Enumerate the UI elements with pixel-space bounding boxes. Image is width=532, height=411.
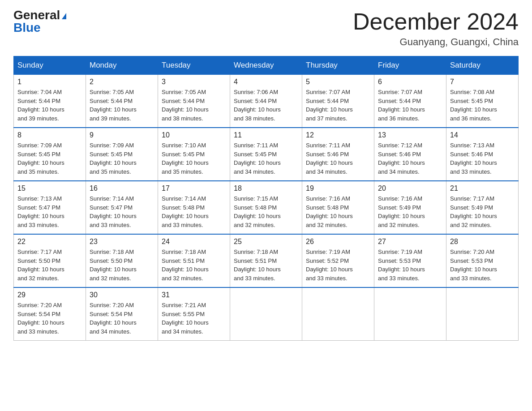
day-info: Sunrise: 7:14 AMSunset: 5:47 PMDaylight:… <box>90 194 154 229</box>
day-number: 9 <box>90 131 154 139</box>
day-info: Sunrise: 7:19 AMSunset: 5:52 PMDaylight:… <box>306 248 370 283</box>
location-title: Guanyang, Guangxi, China <box>353 36 519 48</box>
calendar-cell: 25Sunrise: 7:18 AMSunset: 5:51 PMDayligh… <box>230 234 302 287</box>
calendar-cell: 5Sunrise: 7:07 AMSunset: 5:44 PMDaylight… <box>302 75 374 128</box>
logo-general-line: General <box>13 9 66 21</box>
calendar-cell: 1Sunrise: 7:04 AMSunset: 5:44 PMDaylight… <box>14 75 86 128</box>
day-number: 7 <box>450 78 515 86</box>
calendar-cell: 30Sunrise: 7:20 AMSunset: 5:54 PMDayligh… <box>86 287 158 341</box>
calendar-week-row: 22Sunrise: 7:17 AMSunset: 5:50 PMDayligh… <box>14 234 519 287</box>
day-info: Sunrise: 7:17 AMSunset: 5:49 PMDaylight:… <box>450 194 515 229</box>
calendar-cell: 28Sunrise: 7:20 AMSunset: 5:53 PMDayligh… <box>446 234 519 287</box>
calendar-cell <box>302 287 374 341</box>
day-info: Sunrise: 7:09 AMSunset: 5:45 PMDaylight:… <box>90 141 154 176</box>
calendar-cell: 31Sunrise: 7:21 AMSunset: 5:55 PMDayligh… <box>158 287 230 341</box>
day-info: Sunrise: 7:11 AMSunset: 5:46 PMDaylight:… <box>306 141 370 176</box>
calendar-cell: 18Sunrise: 7:15 AMSunset: 5:48 PMDayligh… <box>230 181 302 234</box>
day-number: 2 <box>90 78 154 86</box>
calendar-cell: 9Sunrise: 7:09 AMSunset: 5:45 PMDaylight… <box>86 128 158 181</box>
calendar-cell: 6Sunrise: 7:07 AMSunset: 5:44 PMDaylight… <box>374 75 446 128</box>
calendar-week-row: 8Sunrise: 7:09 AMSunset: 5:45 PMDaylight… <box>14 128 519 181</box>
day-info: Sunrise: 7:13 AMSunset: 5:47 PMDaylight:… <box>17 194 82 229</box>
day-info: Sunrise: 7:07 AMSunset: 5:44 PMDaylight:… <box>378 88 442 123</box>
day-number: 3 <box>162 78 226 86</box>
day-info: Sunrise: 7:07 AMSunset: 5:44 PMDaylight:… <box>306 88 370 123</box>
calendar-cell: 16Sunrise: 7:14 AMSunset: 5:47 PMDayligh… <box>86 181 158 234</box>
weekday-header-monday: Monday <box>86 56 158 75</box>
title-block: December 2024 Guanyang, Guangxi, China <box>353 9 519 48</box>
calendar-cell: 17Sunrise: 7:14 AMSunset: 5:48 PMDayligh… <box>158 181 230 234</box>
day-number: 24 <box>162 238 226 246</box>
weekday-header-friday: Friday <box>374 56 446 75</box>
day-number: 11 <box>234 131 298 139</box>
day-info: Sunrise: 7:05 AMSunset: 5:44 PMDaylight:… <box>90 88 154 123</box>
day-number: 19 <box>306 184 370 193</box>
day-info: Sunrise: 7:18 AMSunset: 5:51 PMDaylight:… <box>234 248 298 283</box>
month-title: December 2024 <box>353 9 519 34</box>
logo-triangle-icon <box>62 13 66 19</box>
day-number: 18 <box>234 184 298 193</box>
day-info: Sunrise: 7:17 AMSunset: 5:50 PMDaylight:… <box>17 248 82 283</box>
day-number: 20 <box>378 184 442 193</box>
day-info: Sunrise: 7:18 AMSunset: 5:50 PMDaylight:… <box>90 248 154 283</box>
weekday-header-wednesday: Wednesday <box>230 56 302 75</box>
calendar-cell: 27Sunrise: 7:19 AMSunset: 5:53 PMDayligh… <box>374 234 446 287</box>
day-number: 14 <box>450 131 515 139</box>
day-number: 10 <box>162 131 226 139</box>
day-info: Sunrise: 7:16 AMSunset: 5:49 PMDaylight:… <box>378 194 442 229</box>
weekday-header-tuesday: Tuesday <box>158 56 230 75</box>
calendar-week-row: 1Sunrise: 7:04 AMSunset: 5:44 PMDaylight… <box>14 75 519 128</box>
calendar-cell: 19Sunrise: 7:16 AMSunset: 5:48 PMDayligh… <box>302 181 374 234</box>
calendar-cell: 24Sunrise: 7:18 AMSunset: 5:51 PMDayligh… <box>158 234 230 287</box>
day-number: 21 <box>450 184 515 193</box>
day-number: 23 <box>90 238 154 246</box>
day-info: Sunrise: 7:15 AMSunset: 5:48 PMDaylight:… <box>234 194 298 229</box>
calendar-cell: 29Sunrise: 7:20 AMSunset: 5:54 PMDayligh… <box>14 287 86 341</box>
weekday-header-thursday: Thursday <box>302 56 374 75</box>
calendar-cell <box>230 287 302 341</box>
day-number: 16 <box>90 184 154 193</box>
day-info: Sunrise: 7:06 AMSunset: 5:44 PMDaylight:… <box>234 88 298 123</box>
day-info: Sunrise: 7:16 AMSunset: 5:48 PMDaylight:… <box>306 194 370 229</box>
calendar-cell: 22Sunrise: 7:17 AMSunset: 5:50 PMDayligh… <box>14 234 86 287</box>
day-info: Sunrise: 7:13 AMSunset: 5:46 PMDaylight:… <box>450 141 515 176</box>
day-number: 30 <box>90 291 154 299</box>
calendar-cell <box>374 287 446 341</box>
day-number: 1 <box>17 78 82 86</box>
logo: General Blue <box>13 9 66 34</box>
day-number: 31 <box>162 291 226 299</box>
calendar-week-row: 29Sunrise: 7:20 AMSunset: 5:54 PMDayligh… <box>14 287 519 341</box>
day-number: 6 <box>378 78 442 86</box>
day-number: 28 <box>450 238 515 246</box>
calendar-cell <box>446 287 519 341</box>
page-header: General Blue December 2024 Guanyang, Gua… <box>13 9 519 48</box>
day-info: Sunrise: 7:05 AMSunset: 5:44 PMDaylight:… <box>162 88 226 123</box>
calendar-cell: 3Sunrise: 7:05 AMSunset: 5:44 PMDaylight… <box>158 75 230 128</box>
day-number: 22 <box>17 238 82 246</box>
day-info: Sunrise: 7:20 AMSunset: 5:53 PMDaylight:… <box>450 248 515 283</box>
day-number: 8 <box>17 131 82 139</box>
calendar-cell: 12Sunrise: 7:11 AMSunset: 5:46 PMDayligh… <box>302 128 374 181</box>
day-number: 25 <box>234 238 298 246</box>
day-info: Sunrise: 7:09 AMSunset: 5:45 PMDaylight:… <box>17 141 82 176</box>
calendar-cell: 26Sunrise: 7:19 AMSunset: 5:52 PMDayligh… <box>302 234 374 287</box>
day-number: 4 <box>234 78 298 86</box>
day-info: Sunrise: 7:14 AMSunset: 5:48 PMDaylight:… <box>162 194 226 229</box>
calendar-cell: 8Sunrise: 7:09 AMSunset: 5:45 PMDaylight… <box>14 128 86 181</box>
calendar-cell: 13Sunrise: 7:12 AMSunset: 5:46 PMDayligh… <box>374 128 446 181</box>
calendar-cell: 4Sunrise: 7:06 AMSunset: 5:44 PMDaylight… <box>230 75 302 128</box>
day-number: 29 <box>17 291 82 299</box>
logo-general-text: General <box>13 8 60 22</box>
day-info: Sunrise: 7:19 AMSunset: 5:53 PMDaylight:… <box>378 248 442 283</box>
day-number: 17 <box>162 184 226 193</box>
calendar-cell: 21Sunrise: 7:17 AMSunset: 5:49 PMDayligh… <box>446 181 519 234</box>
day-info: Sunrise: 7:12 AMSunset: 5:46 PMDaylight:… <box>378 141 442 176</box>
calendar-week-row: 15Sunrise: 7:13 AMSunset: 5:47 PMDayligh… <box>14 181 519 234</box>
calendar-cell: 23Sunrise: 7:18 AMSunset: 5:50 PMDayligh… <box>86 234 158 287</box>
day-info: Sunrise: 7:20 AMSunset: 5:54 PMDaylight:… <box>90 301 154 336</box>
day-info: Sunrise: 7:10 AMSunset: 5:45 PMDaylight:… <box>162 141 226 176</box>
day-number: 26 <box>306 238 370 246</box>
day-info: Sunrise: 7:08 AMSunset: 5:45 PMDaylight:… <box>450 88 515 123</box>
day-number: 12 <box>306 131 370 139</box>
calendar-cell: 10Sunrise: 7:10 AMSunset: 5:45 PMDayligh… <box>158 128 230 181</box>
